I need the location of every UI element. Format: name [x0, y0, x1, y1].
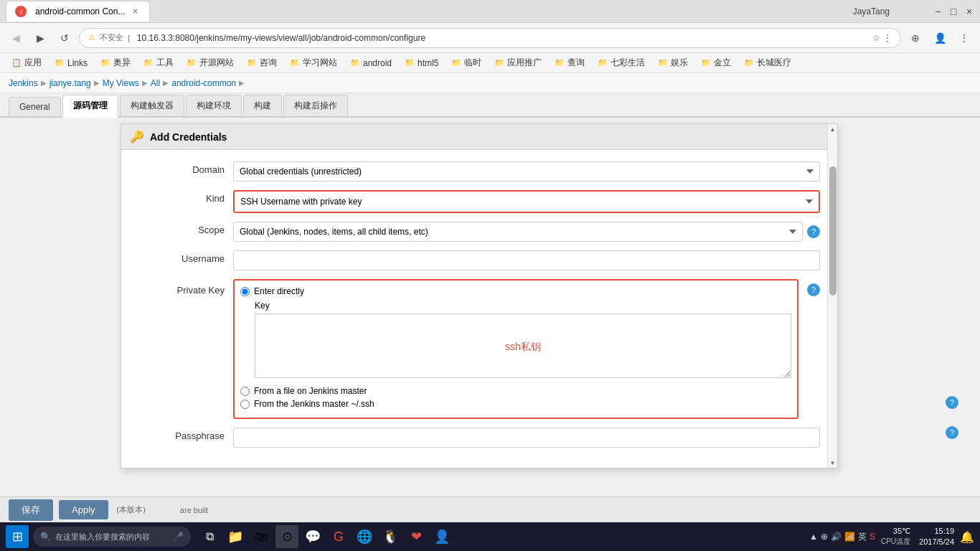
bookmark-entertainment[interactable]: 📁 娱乐 [652, 55, 694, 70]
bookmark-temp[interactable]: 📁 临时 [446, 55, 487, 70]
maximize-button[interactable]: □ [948, 6, 958, 17]
project-link[interactable]: android-common [171, 78, 236, 88]
extensions-button[interactable]: ⊕ [905, 28, 925, 48]
tab-build-env[interactable]: 构建环境 [186, 95, 242, 116]
bookmark-html5-label: html5 [418, 58, 438, 68]
apps-icon: 📋 [11, 58, 22, 67]
taskbar-browser2[interactable]: 🌐 [353, 525, 376, 548]
back-button[interactable]: ◀ [6, 28, 26, 48]
tab-build-triggers[interactable]: 构建触发器 [120, 95, 184, 116]
address-bar[interactable]: ⚠ 不安全 | 10.16.3.3:8080/jenkins/me/my-vie… [79, 28, 901, 48]
forward-button[interactable]: ▶ [30, 28, 50, 48]
all-link[interactable]: All [151, 78, 160, 88]
bookmark-links[interactable]: 📁 Links [49, 57, 93, 70]
notification-button[interactable]: 🔔 [960, 530, 974, 544]
kind-select[interactable]: SSH Username with private key [235, 192, 819, 212]
start-button[interactable]: ⊞ [6, 525, 29, 548]
tab-post-build[interactable]: 构建后操作 [283, 95, 348, 116]
save-button[interactable]: 保存 [9, 499, 53, 521]
taskbar-explorer[interactable]: 📁 [224, 525, 247, 548]
scope-help-icon[interactable]: ? [807, 225, 820, 238]
bookmark-html5[interactable]: 📁 html5 [399, 57, 444, 70]
profile-button[interactable]: 👤 [930, 28, 950, 48]
kind-control: SSH Username with private key [233, 190, 820, 213]
star-icon[interactable]: ☆ [872, 33, 880, 43]
taskbar-search[interactable]: 🔍 在这里输入你要搜索的内容 🎤 [33, 527, 191, 547]
tray-icon2: 🔊 [831, 532, 842, 542]
temp-display: 35℃ CPU温度 [881, 527, 910, 547]
scroll-down-button[interactable]: ▼ [828, 458, 837, 468]
tray-up-arrow[interactable]: ▲ [809, 532, 818, 542]
bookmark-consult[interactable]: 📁 咨询 [241, 55, 283, 70]
config-tabs: General 源码管理 构建触发器 构建环境 构建 构建后操作 [0, 93, 980, 118]
dialog-scrollbar[interactable]: ▲ ▼ [827, 124, 837, 468]
help-icon-1[interactable]: ? [946, 396, 958, 409]
private-key-box: Enter directly Key ssh私钥 [233, 279, 798, 419]
add-credentials-dialog: 🔑 Add Credentials Domain Global credenti… [121, 123, 838, 468]
bookmark-apps[interactable]: 📋 应用 [6, 55, 47, 70]
key-textarea[interactable] [255, 314, 791, 378]
taskbar-store[interactable]: 🛍 [250, 525, 273, 548]
domain-select[interactable]: Global credentials (unrestricted) [233, 161, 820, 182]
taskbar-app1[interactable]: ❤ [405, 525, 428, 548]
taskbar-qq[interactable]: 🐧 [379, 525, 402, 548]
scroll-track [828, 134, 837, 458]
minimize-button[interactable]: − [933, 6, 943, 17]
bookmark-hospital[interactable]: 📁 长城医疗 [738, 55, 797, 70]
username-label: Username [138, 250, 225, 264]
bookmark-learning-label: 学习网站 [303, 57, 337, 69]
bookmark-jinli-label: 金立 [714, 57, 731, 69]
bookmark-opensource[interactable]: 📁 开源网站 [181, 55, 240, 70]
private-key-row: Private Key Enter directly Key [138, 279, 820, 419]
views-link[interactable]: My Views [103, 78, 139, 88]
scope-select[interactable]: Global (Jenkins, nodes, items, all child… [233, 222, 803, 242]
taskbar-chrome[interactable]: ⊙ [275, 525, 298, 548]
from-file-radio[interactable] [240, 387, 250, 396]
bookmark-learning[interactable]: 📁 学习网站 [284, 55, 343, 70]
main-page-area: Jenkins ▶ jianye.tang ▶ My Views ▶ All ▶… [0, 73, 980, 522]
username-input[interactable] [233, 250, 820, 270]
tab-close-button[interactable]: × [129, 6, 141, 17]
scroll-up-button[interactable]: ▲ [828, 124, 837, 134]
taskbar-wechat[interactable]: 💬 [301, 525, 324, 548]
tab-build[interactable]: 构建 [243, 95, 282, 116]
taskbar-antivirus[interactable]: G [327, 525, 350, 548]
from-jenkins-label: From the Jenkins master ~/.ssh [254, 399, 374, 409]
bookmark-query[interactable]: 📁 查询 [549, 55, 590, 70]
menu-icon[interactable]: ⋮ [883, 33, 892, 43]
bookmark-aoyi-label: 奥异 [113, 57, 131, 69]
bookmark-aoyi[interactable]: 📁 奥异 [95, 55, 136, 70]
taskbar-task-view[interactable]: ⧉ [198, 525, 221, 548]
browser-tab[interactable]: J android-common Con... × [6, 1, 150, 22]
browser-toolbar: ◀ ▶ ↺ ⚠ 不安全 | 10.16.3.3:8080/jenkins/me/… [0, 23, 980, 53]
bookmark-jinli[interactable]: 📁 金立 [695, 55, 737, 70]
scroll-thumb[interactable] [829, 166, 837, 296]
refresh-button[interactable]: ↺ [55, 28, 75, 48]
help-icon-2[interactable]: ? [946, 426, 958, 439]
browser-menu-button[interactable]: ⋮ [954, 28, 974, 48]
from-file-option[interactable]: From a file on Jenkins master [240, 386, 791, 396]
bookmark-qicai[interactable]: 📁 七彩生活 [592, 55, 651, 70]
apply-button[interactable]: Apply [59, 500, 108, 519]
passphrase-input[interactable] [233, 428, 820, 448]
links-folder-icon: 📁 [55, 58, 65, 67]
from-jenkins-option[interactable]: From the Jenkins master ~/.ssh [240, 399, 791, 409]
clock-time: 15:19 [919, 526, 954, 537]
enter-directly-radio[interactable] [240, 287, 250, 296]
jenkins-link[interactable]: Jenkins [9, 78, 38, 88]
from-jenkins-radio[interactable] [240, 400, 250, 409]
scope-control: Global (Jenkins, nodes, items, all child… [233, 222, 820, 242]
taskbar-avatar[interactable]: 👤 [430, 525, 453, 548]
bookmark-tools[interactable]: 📁 工具 [138, 55, 179, 70]
tab-general[interactable]: General [9, 97, 61, 116]
security-label: 不安全 [100, 32, 123, 43]
bookmark-android[interactable]: 📁 android [344, 57, 397, 70]
clock-date: 2017/5/24 [919, 537, 954, 547]
user-link[interactable]: jianye.tang [50, 78, 91, 88]
enter-directly-option[interactable]: Enter directly [240, 286, 791, 296]
tab-title: android-common Con... [35, 6, 125, 17]
close-button[interactable]: × [964, 6, 974, 17]
private-key-help-icon[interactable]: ? [807, 283, 820, 296]
bookmark-promotion[interactable]: 📁 应用推广 [489, 55, 547, 70]
tab-source-code[interactable]: 源码管理 [62, 95, 118, 118]
